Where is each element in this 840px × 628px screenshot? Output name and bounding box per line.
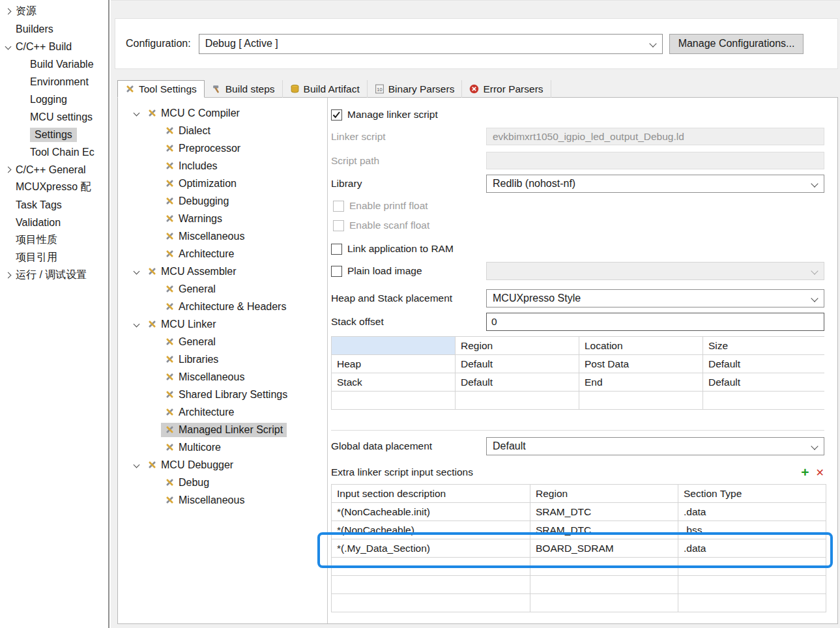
sidebar-item-mcu-settings[interactable]: MCU settings	[0, 108, 108, 126]
header-blank	[332, 337, 456, 355]
tree-item-includes[interactable]: Includes	[118, 157, 327, 175]
sidebar-item-task-tags[interactable]: Task Tags	[0, 196, 108, 214]
sidebar-item-validation[interactable]: Validation	[0, 214, 108, 231]
stack-offset-input[interactable]: 0	[486, 313, 824, 331]
chevron-right-icon[interactable]	[4, 167, 12, 172]
tool-icon	[147, 266, 157, 276]
chevron-down-icon[interactable]	[132, 322, 140, 326]
sidebar-item-project-references[interactable]: 项目引用	[0, 249, 108, 266]
tab-binary-parsers[interactable]: 10 Binary Parsers	[368, 80, 463, 98]
properties-sidebar-tree: 资源 Builders C/C++ Build Build Variable E…	[0, 0, 109, 628]
chevron-down-icon	[649, 40, 656, 47]
tool-icon	[165, 284, 175, 294]
tree-item-debugging[interactable]: Debugging	[118, 192, 327, 210]
tool-icon	[165, 354, 175, 364]
tree-group-mcu-linker[interactable]: MCU Linker	[118, 315, 327, 333]
tree-item-linker-general[interactable]: General	[118, 333, 327, 350]
enable-scanf-float-row: Enable scanf float	[331, 218, 824, 233]
tree-item-linker-miscellaneous[interactable]: Miscellaneous	[118, 368, 327, 386]
chevron-down-icon[interactable]	[4, 44, 12, 49]
tab-build-steps[interactable]: Build steps	[205, 80, 283, 98]
stack-offset-label: Stack offset	[331, 316, 486, 328]
add-section-icon[interactable]: +	[801, 466, 809, 479]
tree-item-linker-architecture[interactable]: Architecture	[118, 403, 327, 421]
header-region: Region	[530, 485, 678, 503]
tree-item-dialect[interactable]: Dialect	[118, 122, 327, 139]
chevron-down-icon[interactable]	[132, 463, 140, 467]
tree-item-assembler-general[interactable]: General	[118, 280, 327, 298]
global-data-placement-label: Global data placement	[331, 440, 486, 452]
chevron-right-icon[interactable]	[4, 273, 12, 278]
tab-build-artifact[interactable]: Build Artifact	[283, 80, 368, 98]
tree-item-warnings[interactable]: Warnings	[118, 210, 327, 227]
sidebar-item-build-variables[interactable]: Build Variable	[0, 55, 108, 73]
manage-linker-script-label: Manage linker script	[347, 109, 438, 121]
configuration-select[interactable]: Debug [ Active ]	[199, 34, 663, 54]
tree-item-multicore[interactable]: Multicore	[118, 438, 327, 456]
manage-linker-script-row: Manage linker script	[331, 107, 824, 122]
table-row-empty	[332, 576, 826, 594]
tree-item-debug[interactable]: Debug	[118, 474, 327, 491]
sidebar-item-logging[interactable]: Logging	[0, 91, 108, 108]
global-data-placement-select[interactable]: Default	[486, 437, 824, 455]
heap-stack-placement-select[interactable]: MCUXpresso Style	[486, 289, 824, 307]
enable-printf-float-checkbox[interactable]	[333, 201, 344, 212]
tree-item-libraries[interactable]: Libraries	[118, 350, 327, 368]
tab-error-parsers[interactable]: Error Parsers	[462, 80, 551, 98]
tool-icon	[165, 302, 175, 311]
tree-group-mcu-debugger[interactable]: MCU Debugger	[118, 456, 327, 474]
tree-item-optimization[interactable]: Optimization	[118, 175, 327, 192]
build-artifact-icon	[290, 84, 300, 94]
tree-item-preprocessor[interactable]: Preprocessor	[118, 139, 327, 157]
tab-tool-settings[interactable]: Tool Settings	[117, 80, 205, 98]
table-row-my-data-section: *(.My_Data_Section) BOARD_SDRAM .data	[332, 539, 826, 558]
link-application-to-ram-checkbox[interactable]	[331, 244, 342, 255]
enable-printf-float-label: Enable printf float	[349, 200, 428, 212]
tool-icon	[165, 214, 175, 223]
tree-item-managed-linker-script[interactable]: Managed Linker Script	[118, 421, 327, 438]
tree-item-shared-library-settings[interactable]: Shared Library Settings	[118, 386, 327, 403]
sidebar-item-resources[interactable]: 资源	[0, 3, 108, 20]
sidebar-item-cpp-build[interactable]: C/C++ Build	[0, 38, 108, 55]
tree-item-architecture[interactable]: Architecture	[118, 245, 327, 263]
library-select[interactable]: Redlib (nohost-nf)	[486, 175, 824, 193]
sidebar-item-environment[interactable]: Environment	[0, 73, 108, 91]
chevron-right-icon[interactable]	[4, 9, 12, 14]
enable-scanf-float-checkbox[interactable]	[333, 220, 344, 231]
sidebar-item-settings[interactable]: Settings	[0, 126, 108, 143]
sidebar-item-cpp-general[interactable]: C/C++ General	[0, 161, 108, 178]
tree-item-debugger-miscellaneous[interactable]: Miscellaneous	[118, 491, 327, 509]
enable-printf-float-row: Enable printf float	[331, 198, 824, 214]
chevron-down-icon[interactable]	[132, 111, 140, 115]
delete-section-icon[interactable]: ✕	[816, 466, 824, 479]
tree-group-mcu-assembler[interactable]: MCU Assembler	[118, 263, 327, 280]
library-row: Library Redlib (nohost-nf)	[331, 175, 824, 193]
managed-linker-script-settings: Manage linker script Linker script evkbi…	[328, 98, 837, 623]
table-header-row: Input section description Region Section…	[332, 485, 826, 503]
plain-load-image-checkbox[interactable]	[331, 266, 342, 277]
script-path-field[interactable]	[486, 152, 824, 169]
header-region: Region	[456, 337, 579, 355]
chevron-down-icon[interactable]	[132, 269, 140, 274]
link-application-to-ram-row: Link application to RAM	[331, 241, 824, 257]
manage-linker-script-checkbox[interactable]	[331, 109, 342, 121]
linker-script-field[interactable]: evkbimxrt1050_igpio_led_output_Debug.ld	[486, 128, 824, 145]
sidebar-item-builders[interactable]: Builders	[0, 20, 108, 38]
properties-dialog: 资源 Builders C/C++ Build Build Variable E…	[0, 0, 840, 628]
manage-configurations-button[interactable]: Manage Configurations...	[669, 34, 804, 54]
tree-group-mcu-c-compiler[interactable]: MCU C Compiler	[118, 104, 327, 122]
global-data-placement-row: Global data placement Default	[331, 437, 824, 455]
sidebar-item-project-nature[interactable]: 项目性质	[0, 231, 108, 249]
table-row-empty	[332, 558, 826, 576]
sidebar-item-mcuxpresso-config[interactable]: MCUXpresso 配	[0, 178, 108, 196]
sidebar-item-tool-chain-editor[interactable]: Tool Chain Ec	[0, 143, 108, 161]
plain-load-image-select[interactable]	[486, 262, 824, 280]
sidebar-item-run-debug-settings[interactable]: 运行 / 调试设置	[0, 266, 108, 284]
tree-item-miscellaneous[interactable]: Miscellaneous	[118, 227, 327, 245]
tree-item-architecture-headers[interactable]: Architecture & Headers	[118, 298, 327, 315]
tool-icon	[165, 249, 175, 259]
table-row-stack: Stack Default End Default	[332, 373, 825, 392]
table-row-heap: Heap Default Post Data Default	[332, 355, 825, 373]
tool-settings-icon	[125, 84, 135, 94]
extra-sections-label: Extra linker script input sections	[331, 466, 473, 478]
